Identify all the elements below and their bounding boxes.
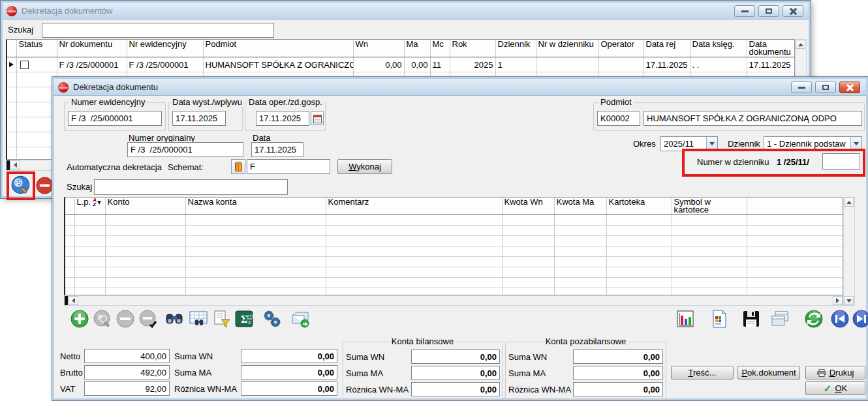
col-status[interactable]: Status [16, 40, 57, 57]
col-kwota-wn[interactable]: Kwota Wn [502, 198, 554, 215]
front-search-input[interactable] [94, 179, 288, 195]
schemat-input[interactable] [247, 159, 330, 174]
numer-oryginalny-input[interactable] [127, 142, 243, 157]
col-nr-ewidencyjny[interactable]: Nr ewidencyjny [127, 40, 203, 57]
suma-wn-value[interactable] [241, 349, 337, 363]
okres-dropdown[interactable]: 2025/11 [660, 136, 718, 151]
go-last-button[interactable] [852, 309, 868, 329]
col-kartoteka[interactable]: Kartoteka [606, 198, 672, 215]
refresh-button[interactable] [804, 309, 824, 329]
delete-button-disabled[interactable] [116, 309, 135, 329]
chart-button[interactable] [675, 309, 695, 329]
col-lp[interactable]: L.p.AZ [74, 198, 105, 215]
minimize-button[interactable] [734, 5, 755, 17]
col-ma[interactable]: Ma [404, 40, 430, 57]
suma-ma-value[interactable] [241, 365, 337, 379]
save-button[interactable] [741, 309, 761, 329]
maximize-button[interactable] [758, 5, 779, 17]
scroll-up-button[interactable] [844, 198, 854, 207]
back-search-input[interactable] [42, 23, 274, 38]
settings-gears-button[interactable] [262, 309, 282, 329]
calendar-button[interactable] [311, 111, 324, 125]
scroll-right-button[interactable] [833, 296, 843, 305]
search-in-table-button[interactable] [189, 309, 208, 329]
col-nr-w-dzienniku[interactable]: Nr w dzienniku [536, 40, 598, 57]
col-operator[interactable]: Operator [598, 40, 643, 57]
delete-document-button[interactable] [35, 176, 54, 195]
col-data-dokumentu[interactable]: Data dokumentu [747, 40, 795, 57]
dropdown-button[interactable] [850, 137, 861, 151]
schemat-picker-button[interactable] [231, 159, 245, 174]
sort-az-icon[interactable]: AZ [93, 198, 97, 207]
data-oper-input[interactable] [256, 111, 309, 126]
front-titlebar[interactable]: Dekretacja dokumentu [54, 79, 866, 96]
maximize-button[interactable] [815, 82, 836, 93]
windows-button[interactable] [770, 309, 790, 329]
bilansowe-suma-ma-value[interactable] [411, 366, 500, 380]
bilansowe-roznica-value[interactable] [411, 382, 500, 396]
col-wn[interactable]: Wn [353, 40, 404, 57]
preview-button-disabled[interactable]: P [93, 309, 112, 329]
search-binoculars-button[interactable] [164, 309, 184, 329]
delete-marked-button-disabled[interactable] [138, 309, 158, 329]
scroll-up-button[interactable] [796, 40, 805, 49]
scroll-down-button[interactable] [844, 296, 854, 305]
positions-horizontal-scrollbar[interactable] [64, 295, 843, 306]
roznica-value[interactable] [241, 381, 337, 396]
tresc-button[interactable]: Treść... [671, 366, 734, 379]
data-wyst-input[interactable] [172, 111, 226, 126]
row-checkbox[interactable] [20, 61, 29, 69]
col-rok[interactable]: Rok [450, 40, 495, 57]
netto-value[interactable] [84, 349, 170, 363]
close-button[interactable] [783, 5, 803, 17]
col-data-rej[interactable]: Data rej [643, 40, 690, 57]
drukuj-button[interactable]: Drukuj [805, 366, 865, 379]
minimize-button[interactable] [791, 82, 812, 93]
sum-button[interactable]: Σx+s3 [234, 309, 254, 329]
podmiot-name-input[interactable] [643, 111, 862, 126]
table-row[interactable]: F /3 /25/000001 F /3 /25/000001 HUMANSOF… [7, 57, 795, 72]
col-nr-dokumentu[interactable]: Nr dokumentu [57, 40, 127, 57]
scroll-left-button[interactable] [69, 296, 78, 305]
close-button[interactable] [839, 82, 860, 93]
add-button[interactable] [70, 309, 89, 329]
back-titlebar[interactable]: Dekretacja dokumentów [3, 3, 809, 20]
pozabilansowe-suma-wn-value[interactable] [573, 349, 663, 364]
preview-document-button[interactable]: P [10, 175, 32, 196]
pok-dokument-button[interactable]: Pok.dokument [737, 366, 800, 379]
dropdown-button[interactable] [706, 137, 717, 151]
col-nazwa-konta[interactable]: Nazwa konta [185, 198, 326, 215]
col-kwota-ma[interactable]: Kwota Ma [554, 198, 606, 215]
pozabilansowe-suma-ma-value[interactable] [573, 366, 663, 380]
scroll-split-handle[interactable] [7, 160, 10, 170]
brutto-value[interactable] [84, 365, 170, 379]
col-podmiot[interactable]: Podmiot [203, 40, 353, 57]
col-symbol-w-kartotece[interactable]: Symbol w kartotece [672, 198, 747, 215]
print-filter-button[interactable] [212, 309, 232, 329]
ok-button[interactable]: ✓ OK [805, 381, 865, 395]
col-dziennik[interactable]: Dziennik [495, 40, 536, 57]
dziennik-dropdown[interactable]: 1 - Dziennik podstaw [764, 136, 862, 151]
svg-text:x+s: x+s [247, 314, 254, 318]
vat-value[interactable] [84, 381, 170, 396]
scroll-split-handle[interactable] [65, 296, 68, 305]
scroll-left-button[interactable] [10, 160, 20, 170]
cardfile-button[interactable] [290, 309, 310, 329]
go-first-button[interactable] [830, 309, 850, 329]
data-input[interactable] [251, 142, 303, 157]
wykonaj-button[interactable]: Wykonaj [337, 159, 392, 174]
group-konta-pozabilansowe: Konta pozabilansowe Suma WN Suma MA Różn… [505, 342, 666, 399]
col-konto[interactable]: Konto [105, 198, 185, 215]
numer-ewidencyjny-input[interactable] [68, 111, 162, 126]
col-mc[interactable]: Mc [430, 40, 450, 57]
col-komentarz[interactable]: Komentarz [326, 198, 502, 215]
okres-value: 2025/11 [661, 139, 706, 149]
col-data-ksieg[interactable]: Data księg. [690, 40, 747, 57]
podmiot-code-input[interactable] [597, 111, 640, 126]
numer-w-dzienniku-input[interactable] [822, 153, 860, 170]
data-wyst-label: Data wyst./wpływu [170, 97, 244, 107]
positions-vertical-scrollbar[interactable] [843, 197, 855, 306]
bilansowe-suma-wn-value[interactable] [411, 349, 500, 364]
report-button[interactable] [709, 309, 729, 329]
pozabilansowe-roznica-value[interactable] [573, 382, 663, 396]
